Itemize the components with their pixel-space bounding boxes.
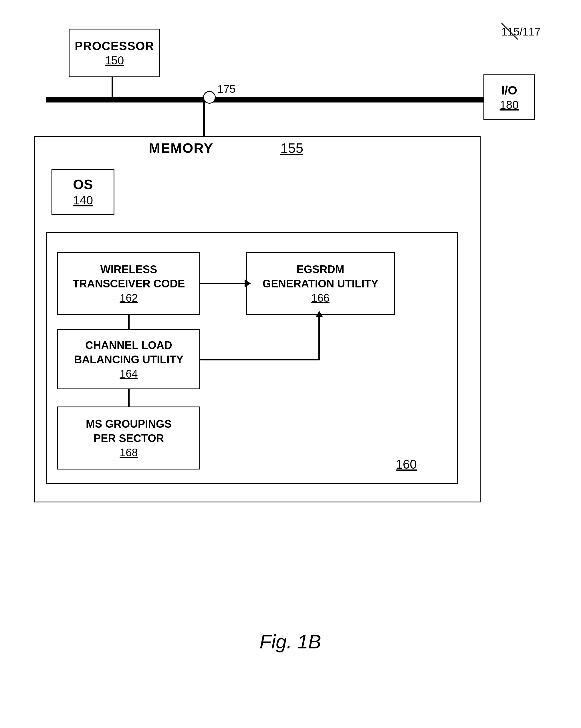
clbu-title: CHANNEL LOAD BALANCING UTILITY: [74, 338, 183, 367]
wtc-to-egsrdm-arrow: [245, 279, 251, 287]
wtc-id: 162: [119, 292, 138, 304]
processor-box: PROCESSOR 150: [68, 29, 160, 77]
egsrdm-box: EGSRDM GENERATION UTILITY 166: [246, 252, 395, 315]
bus-line: [46, 97, 503, 103]
ms-title: MS GROUPINGS PER SECTOR: [86, 417, 172, 445]
clbu-to-egsrdm-arrow: [315, 311, 323, 317]
wtc-to-egsrdm-line: [199, 283, 247, 284]
clbu-to-egsrdm-h-line: [199, 359, 320, 360]
clbu-id: 164: [119, 368, 138, 380]
bus-circle-connector: [203, 91, 216, 104]
io-title: I/O: [501, 84, 517, 97]
memory-title: MEMORY: [149, 140, 214, 156]
wireless-transceiver-box: WIRELESS TRANSCEIVER CODE 162: [57, 252, 200, 315]
os-box: OS 140: [52, 169, 114, 215]
egsrdm-id: 166: [311, 292, 329, 304]
ms-groupings-box: MS GROUPINGS PER SECTOR 168: [57, 407, 200, 469]
os-title: OS: [73, 177, 93, 192]
figure-label: Fig. 1B: [259, 630, 321, 653]
os-id: 140: [73, 193, 93, 207]
channel-load-box: CHANNEL LOAD BALANCING UTILITY 164: [57, 329, 200, 389]
wtc-to-clbu-line: [128, 315, 130, 330]
proc-to-bus-line: [112, 77, 113, 99]
ms-id: 168: [119, 447, 138, 459]
io-box: I/O 180: [483, 74, 535, 120]
io-id: 180: [500, 99, 519, 111]
label-175: 175: [217, 83, 236, 95]
egsrdm-title: EGSRDM GENERATION UTILITY: [262, 262, 379, 291]
clbu-to-egsrdm-v-line: [319, 314, 320, 360]
diagram-container: 115/117 PROCESSOR 150 175 I/O 180 MEMORY…: [23, 17, 558, 676]
clbu-to-ms-line: [128, 389, 130, 408]
wtc-title: WIRELESS TRANSCEIVER CODE: [73, 262, 185, 291]
bus-to-memory-line: [203, 102, 205, 136]
label-115-117: 115/117: [501, 26, 541, 38]
processor-title: PROCESSOR: [75, 39, 154, 53]
processor-id: 150: [105, 54, 124, 67]
memory-id: 155: [280, 140, 303, 156]
label-160: 160: [396, 457, 417, 471]
